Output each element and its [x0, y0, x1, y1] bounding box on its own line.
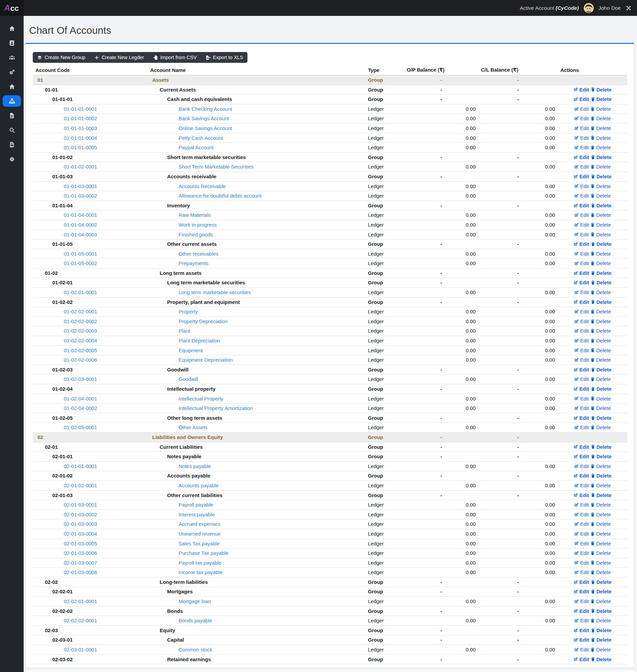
delete-link[interactable]: Delete: [590, 454, 612, 459]
account-code-link[interactable]: 01-02-02-0002: [64, 318, 97, 325]
create-new-group-button[interactable]: Create New Group: [33, 52, 90, 63]
account-name-link[interactable]: Purchase Tax payable: [179, 550, 228, 556]
delete-link[interactable]: Delete: [590, 328, 611, 334]
edit-link[interactable]: Edit: [573, 627, 589, 633]
sidebar-item-search[interactable]: [3, 124, 21, 136]
sidebar-item-reports[interactable]: [3, 139, 21, 150]
sidebar-item-contacts[interactable]: [3, 37, 21, 49]
account-code-link[interactable]: 01-01-04-0002: [64, 222, 97, 228]
delete-link[interactable]: Delete: [590, 627, 612, 633]
sidebar-item-chart-of-accounts[interactable]: [3, 95, 21, 107]
account-code-link[interactable]: 02-01-03-0001: [64, 501, 97, 508]
delete-link[interactable]: Delete: [590, 376, 611, 382]
delete-link[interactable]: Delete: [590, 541, 611, 546]
delete-link[interactable]: Delete: [590, 116, 611, 121]
delete-link[interactable]: Delete: [590, 318, 611, 324]
account-code-link[interactable]: 01-02-01-0001: [64, 289, 97, 296]
account-code-link[interactable]: 02-02-01-0001: [64, 598, 97, 605]
delete-link[interactable]: Delete: [590, 96, 612, 102]
delete-link[interactable]: Delete: [590, 473, 612, 478]
account-code-link[interactable]: 01-01-03-0002: [64, 193, 97, 199]
edit-link[interactable]: Edit: [573, 579, 589, 585]
delete-link[interactable]: Delete: [590, 579, 612, 585]
delete-link[interactable]: Delete: [590, 348, 611, 353]
delete-link[interactable]: Delete: [590, 308, 611, 314]
edit-link[interactable]: Edit: [574, 232, 589, 237]
edit-link[interactable]: Edit: [573, 96, 589, 102]
delete-link[interactable]: Delete: [590, 521, 611, 527]
account-name-link[interactable]: Property: [179, 308, 198, 315]
edit-link[interactable]: Edit: [573, 174, 589, 179]
account-name-link[interactable]: Notes payable: [179, 463, 211, 470]
delete-link[interactable]: Delete: [590, 502, 611, 508]
edit-link[interactable]: Edit: [573, 154, 589, 160]
delete-link[interactable]: Delete: [590, 415, 612, 421]
account-name-link[interactable]: Sales Tax payable: [179, 540, 219, 547]
account-name-link[interactable]: Online Savings Account: [179, 125, 232, 132]
account-code-link[interactable]: 02-01-03-0007: [64, 560, 97, 566]
edit-link[interactable]: Edit: [574, 502, 589, 508]
edit-link[interactable]: Edit: [573, 608, 589, 614]
edit-link[interactable]: Edit: [574, 144, 589, 150]
account-code-link[interactable]: 01-01-01-0001: [64, 106, 97, 112]
account-name-link[interactable]: Equipment Depreciation: [179, 357, 233, 364]
delete-link[interactable]: Delete: [590, 154, 612, 160]
delete-link[interactable]: Delete: [590, 164, 611, 170]
delete-link[interactable]: Delete: [590, 396, 611, 402]
account-code-link[interactable]: 01-01-04-0001: [64, 212, 97, 218]
account-name-link[interactable]: Intellectual Property: [179, 395, 223, 402]
account-name-link[interactable]: Accrued expenses: [179, 521, 220, 528]
sidebar-item-settings[interactable]: [3, 153, 21, 165]
delete-link[interactable]: Delete: [590, 174, 612, 179]
edit-link[interactable]: Edit: [573, 656, 589, 662]
edit-link[interactable]: Edit: [573, 415, 589, 421]
edit-link[interactable]: Edit: [574, 222, 589, 228]
account-name-link[interactable]: Plant Depreciation: [179, 337, 220, 344]
edit-link[interactable]: Edit: [574, 348, 589, 353]
account-code-link[interactable]: 02-02-02-0001: [64, 617, 97, 624]
account-name-link[interactable]: Property Depreciation: [179, 318, 228, 325]
account-code-link[interactable]: 02-01-01-0001: [64, 463, 97, 470]
delete-link[interactable]: Delete: [590, 531, 611, 536]
export-to-xls-button[interactable]: Export to XLS: [201, 52, 248, 63]
account-code-link[interactable]: 01-02-04-0001: [64, 395, 97, 402]
delete-link[interactable]: Delete: [590, 512, 611, 517]
edit-link[interactable]: Edit: [573, 637, 589, 643]
delete-link[interactable]: Delete: [590, 183, 611, 189]
edit-link[interactable]: Edit: [574, 550, 589, 556]
delete-link[interactable]: Delete: [590, 386, 612, 392]
delete-link[interactable]: Delete: [590, 569, 611, 575]
delete-link[interactable]: Delete: [590, 289, 611, 295]
delete-link[interactable]: Delete: [590, 193, 611, 198]
delete-link[interactable]: Delete: [590, 647, 611, 652]
edit-link[interactable]: Edit: [573, 367, 589, 372]
account-name-link[interactable]: Payroll tax payable: [179, 560, 221, 566]
delete-link[interactable]: Delete: [590, 125, 611, 131]
account-code-link[interactable]: 01-01-01-0005: [64, 144, 97, 151]
edit-link[interactable]: Edit: [574, 212, 589, 218]
delete-link[interactable]: Delete: [590, 222, 611, 228]
account-name-link[interactable]: Interest payable: [179, 511, 215, 518]
edit-link[interactable]: Edit: [573, 241, 589, 247]
account-code-link[interactable]: 01-02-02-0001: [64, 308, 97, 315]
account-name-link[interactable]: Prepayments: [179, 260, 208, 267]
sidebar-item-dashboard[interactable]: [3, 81, 21, 92]
delete-link[interactable]: Delete: [590, 560, 611, 566]
account-code-link[interactable]: 01-02-02-0006: [64, 357, 97, 364]
account-name-link[interactable]: Bank Savings Account: [179, 115, 229, 122]
edit-link[interactable]: Edit: [573, 270, 589, 276]
edit-link[interactable]: Edit: [574, 424, 589, 430]
account-name-link[interactable]: Other Assets: [179, 424, 207, 431]
edit-link[interactable]: Edit: [574, 328, 589, 334]
delete-link[interactable]: Delete: [590, 270, 612, 276]
account-code-link[interactable]: 02-01-03-0004: [64, 531, 97, 537]
edit-link[interactable]: Edit: [574, 164, 589, 170]
account-name-link[interactable]: Equipment: [179, 347, 203, 354]
delete-link[interactable]: Delete: [590, 492, 612, 498]
account-name-link[interactable]: Other receivables: [179, 251, 218, 257]
account-name-link[interactable]: Bank Checking Account: [179, 106, 232, 112]
edit-link[interactable]: Edit: [574, 106, 589, 112]
account-code-link[interactable]: 01-01-03-0001: [64, 183, 97, 190]
edit-link[interactable]: Edit: [574, 376, 589, 382]
account-name-link[interactable]: Mortgage loan: [179, 598, 211, 605]
